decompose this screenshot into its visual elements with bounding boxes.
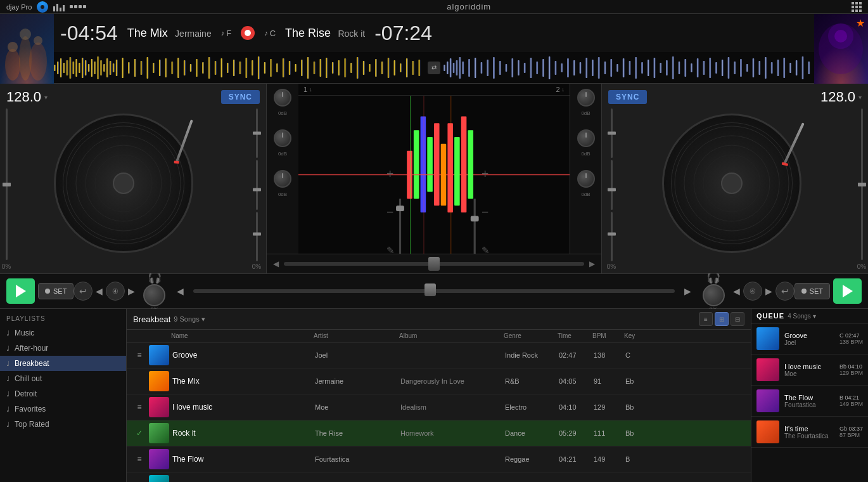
crossfader-handle[interactable] [428,257,440,271]
col-header-key[interactable]: Key [624,332,649,339]
left-eq-slider-2[interactable] [256,160,258,209]
left-high-knob[interactable] [274,89,291,107]
right-set-button[interactable]: SET [795,283,830,299]
left-play-button[interactable] [6,278,35,304]
right-eq-handle-1[interactable] [608,132,616,135]
svg-rect-75 [418,60,420,76]
left-eq-handle-2[interactable] [253,188,261,192]
queue-list-item[interactable]: The Flow Fourtastica B 04:21 149 BPM [751,386,868,417]
right-next-button[interactable]: ▶ [762,283,775,299]
right-mid-knob[interactable] [577,129,595,147]
right-turntable[interactable] [662,114,801,253]
left-eq-handle-1[interactable] [253,132,261,135]
right-prev-button[interactable]: ◀ [730,283,743,299]
left-track-thumb[interactable] [0,14,54,84]
col-header-album[interactable]: Album [399,332,501,339]
col-header-time[interactable]: Time [558,332,589,339]
right-eq-handle-2[interactable] [608,188,616,192]
crossfader-track[interactable] [284,262,584,266]
right-loop-button[interactable]: ↩ [775,282,795,301]
left-turntable[interactable] [54,114,193,253]
left-set-button[interactable]: SET [38,283,73,299]
right-pitch-knob[interactable] [858,183,866,186]
right-bpm-arrow[interactable]: ▾ [858,94,862,101]
right-sync-button[interactable]: SYNC [608,90,647,104]
bars-icon[interactable] [53,3,65,11]
right-eq-slider-1[interactable] [611,108,613,158]
right-eq-slider-3[interactable] [611,212,613,261]
crossfader-control-handle[interactable] [424,283,436,296]
left-sync-button[interactable]: SYNC [221,90,260,104]
col-header-artist[interactable]: Artist [314,332,396,339]
queue-list-item[interactable]: I love music Moe Bb 04:10 129 BPM [751,355,868,386]
svg-rect-28 [128,62,130,74]
track-row[interactable]: ✓ Rock it The Rise Homework Dance 05:29 … [127,420,751,446]
right-waveform[interactable] [444,55,814,81]
right-high-knob[interactable] [577,89,595,107]
tile-view-btn[interactable]: ⊟ [731,312,744,326]
left-pitch-knob[interactable] [3,183,11,186]
left-eq-handle-3[interactable] [253,232,261,235]
sidebar-item-detroit[interactable]: ♩ Detroit [0,386,126,401]
sidebar-item-music[interactable]: ♩ Music [0,325,126,341]
sidebar-item-top-rated[interactable]: ♩ Top Rated [0,417,126,432]
cf-left-btn[interactable]: ◀ [174,283,187,299]
right-play-button[interactable] [833,278,862,304]
grid-view-btn[interactable]: ⊞ [715,312,729,326]
sidebar-item-favorites[interactable]: ♩ Favorites [0,401,126,417]
right-eq-slider-2[interactable] [611,160,613,209]
left-waveform[interactable] [54,55,424,81]
right-volume-knob[interactable] [703,284,725,306]
crossfader-control-track[interactable] [193,289,674,293]
sidebar-item-chill-out[interactable]: ♩ Chill out [0,371,126,386]
viz-container[interactable]: 1 ↓ 2 ↓ [298,84,570,254]
left-next-button[interactable]: ▶ [125,283,138,299]
left-mid-knob[interactable] [274,129,291,147]
cf-left-arrow-icon[interactable]: ◀ [273,259,279,268]
sidebar-item-after-hour[interactable]: ♩ After-hour [0,341,126,356]
waveform-nav-btn[interactable]: ⇄ [428,62,440,74]
cf-right-arrow-icon[interactable]: ▶ [589,259,595,268]
track-row[interactable]: Star Dust DJ Starr Classic Dance 04:25 1… [127,472,751,482]
left-eq-slider-3[interactable] [256,212,258,261]
queue-count-label[interactable]: 4 Songs ▾ [788,313,815,320]
record-button[interactable] [241,26,255,40]
col-header-bpm[interactable]: BPM [592,332,621,339]
songs-count-label[interactable]: 9 Songs ▾ [174,315,205,323]
svg-rect-125 [728,57,730,79]
track-row[interactable]: ≡ I love music Moe Idealism Electro 04:1… [127,394,751,420]
col-header-name[interactable]: Name [171,332,310,339]
track-row[interactable]: The Mix Jermaine Dangerously In Love R&B… [127,368,751,394]
queue-list-item[interactable]: It's time The Fourtastica Gb 03:37 87 BP… [751,417,868,448]
left-loop-button[interactable]: ↩ [73,282,93,301]
right-loop-count-button[interactable]: ④ [743,282,762,301]
svg-rect-105 [604,62,606,74]
sidebar-item-breakbeat[interactable]: ♩ Breakbeat [0,356,126,371]
left-low-knob[interactable] [274,170,291,188]
right-track-thumb[interactable]: ★ [814,14,868,84]
track-row[interactable]: ≡ The Flow Fourtastica Reggae 04:21 149 … [127,446,751,472]
right-pitch-slider[interactable] [861,108,863,260]
left-pitch-slider[interactable] [6,108,8,260]
right-eq-handle-3[interactable] [608,232,616,235]
svg-rect-73 [406,58,408,77]
left-loop-count-button[interactable]: ④ [106,282,125,301]
left-volume-knob[interactable] [143,284,165,306]
dots-icon[interactable] [70,5,86,8]
track-row[interactable]: ≡ Groove Joel Indie Rock 02:47 138 C [127,342,751,368]
record-icon[interactable] [37,1,48,13]
waveform-display[interactable]: ⇄ [54,52,814,83]
cf-right-btn[interactable]: ▶ [681,283,694,299]
left-bpm-arrow[interactable]: ▾ [44,94,48,101]
svg-point-143 [76,136,171,231]
svg-rect-77 [447,62,449,74]
grid-icon[interactable] [852,2,862,12]
tracks-scroll[interactable]: ≡ Groove Joel Indie Rock 02:47 138 C The… [127,342,751,482]
left-prev-button[interactable]: ◀ [93,283,106,299]
queue-list-item[interactable]: Groove Joel C 02:47 138 BPM [751,323,868,355]
queue-key-label: Bb 04:10 [839,363,863,370]
list-view-btn[interactable]: ≡ [699,312,713,326]
right-low-knob[interactable] [577,170,595,188]
col-header-genre[interactable]: Genre [504,332,554,339]
left-eq-slider-1[interactable] [256,108,258,158]
